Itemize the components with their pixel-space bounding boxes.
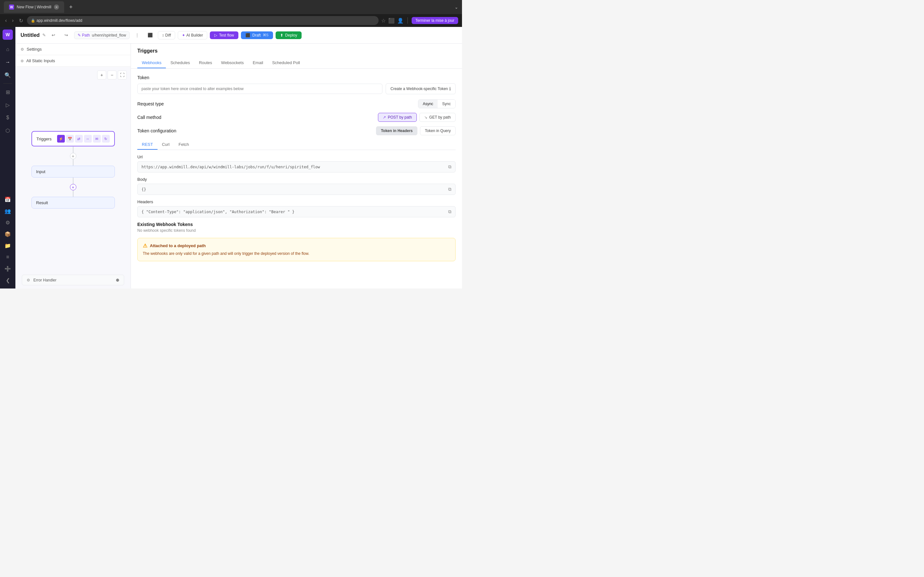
input-node[interactable]: Input [31, 166, 115, 177]
url-copy-button[interactable]: ⧉ [448, 164, 451, 169]
bookmark-button[interactable]: ☆ [381, 18, 386, 24]
settings-section[interactable]: ⚙ Settings [15, 44, 131, 55]
sidebar-item-schedules[interactable]: 📅 [2, 193, 13, 205]
tab-scheduled-poll[interactable]: Scheduled Poll [268, 58, 304, 68]
body-value-row: {} ⧉ [137, 184, 456, 195]
get-by-path-button[interactable]: ↘ GET by path [419, 113, 456, 122]
sidebar-item-audit[interactable]: ≡ [2, 251, 13, 263]
info-icon: ℹ [449, 86, 451, 91]
sidebar-bottom: 📅 👥 ⚙ 📦 📁 ≡ ➕ ❮ [2, 193, 13, 286]
browser-tab[interactable]: W New Flow | Windmill ✕ [4, 1, 64, 13]
get-arrow-icon: ↘ [424, 115, 427, 119]
new-tab-button[interactable]: + [67, 3, 75, 12]
existing-tokens-sub: No webhook specific tokens found [137, 228, 456, 233]
edit-title-button[interactable]: ✎ [42, 33, 46, 37]
sub-tab-rest[interactable]: REST [137, 140, 158, 150]
sidebar-item-search[interactable]: 🔍 [2, 69, 13, 81]
split-view-button[interactable]: ⬛ [145, 30, 155, 40]
ai-icon: ✦ [182, 33, 185, 37]
update-button[interactable]: Terminer la mise à jour [412, 17, 458, 24]
profile-button[interactable]: 👤 [397, 18, 404, 24]
sidebar-item-jobs[interactable]: ▷ [2, 99, 13, 111]
url-bar[interactable]: 🔒 app.windmill.dev/flows/add [27, 16, 379, 25]
tab-routes[interactable]: Routes [194, 58, 216, 68]
sidebar-item-dashboard[interactable]: ⊞ [2, 86, 13, 98]
warning-icon: ⚠ [143, 243, 147, 249]
main-content: ⚙ Settings ⊛ All Static Inputs + − ⛶ [15, 44, 462, 288]
undo-button[interactable]: ↩ [48, 30, 59, 40]
sidebar-item-add[interactable]: ➕ [2, 263, 13, 274]
content-area: Untitled ✎ ↩ ↪ ✎ Path u/henri/spirited_f… [15, 27, 462, 288]
headers-copy-button[interactable]: ⧉ [448, 209, 451, 214]
poll-trigger-icon[interactable]: ↻ [102, 135, 110, 143]
sub-tab-curl[interactable]: Curl [158, 140, 174, 150]
tab-email[interactable]: Email [248, 58, 268, 68]
sync-button[interactable]: Sync [438, 100, 455, 108]
tab-schedules[interactable]: Schedules [166, 58, 194, 68]
play-icon: ▷ [214, 33, 217, 37]
diff-button[interactable]: ↕ Diff [158, 31, 175, 39]
async-button[interactable]: Async [418, 100, 438, 108]
extensions-button[interactable]: ⬛ [388, 18, 395, 24]
sub-tab-fetch[interactable]: Fetch [174, 140, 194, 150]
token-in-headers-button[interactable]: Token in Headers [376, 126, 417, 135]
tab-websockets[interactable]: Websockets [216, 58, 248, 68]
static-inputs-section[interactable]: ⊛ All Static Inputs [15, 55, 131, 67]
error-handler-label: Error Handler [33, 278, 57, 282]
sidebar-item-resources[interactable]: ⬡ [2, 125, 13, 136]
sidebar-item-groups[interactable]: 👥 [2, 205, 13, 217]
tab-title: New Flow | Windmill [17, 5, 51, 9]
error-handler-settings-button[interactable]: ⊕ [116, 277, 120, 282]
tab-list-button[interactable]: ⌄ [455, 5, 458, 10]
sidebar-item-folders[interactable]: 📁 [2, 240, 13, 251]
sidebar-item-billing[interactable]: $ [2, 112, 13, 123]
ws-trigger-icon[interactable]: ↔ [84, 135, 92, 143]
schedule-trigger-icon[interactable]: 📅 [66, 135, 74, 143]
headers-value-row: { "Content-Type": "application/json", "A… [137, 206, 456, 218]
url-value: https://app.windmill.dev/api/w/windmill-… [142, 165, 446, 169]
app-layout: W ⌂ → 🔍 ⊞ ▷ $ ⬡ 📅 👥 ⚙ 📦 📁 ≡ ➕ ❮ Untitled… [0, 27, 462, 288]
draft-button[interactable]: ⬛ Draft ⌘S [241, 31, 273, 39]
headers-value: { "Content-Type": "application/json", "A… [142, 210, 446, 214]
deploy-icon: ⬆ [280, 33, 283, 37]
tab-close-button[interactable]: ✕ [54, 5, 59, 10]
sidebar-item-home[interactable]: ⌂ [2, 44, 13, 55]
sidebar: W ⌂ → 🔍 ⊞ ▷ $ ⬡ 📅 👥 ⚙ 📦 📁 ≡ ➕ ❮ [0, 27, 15, 288]
webhook-trigger-icon[interactable]: ⚡ [57, 135, 65, 143]
create-token-button[interactable]: Create a Webhook-specific Token ℹ [386, 83, 456, 94]
redo-button[interactable]: ↪ [61, 30, 71, 40]
reload-button[interactable]: ↻ [18, 16, 24, 25]
body-copy-button[interactable]: ⧉ [448, 187, 451, 192]
route-trigger-icon[interactable]: ⇄ [75, 135, 83, 143]
connector-2 [73, 159, 73, 166]
request-type-label: Request type [137, 101, 164, 106]
post-by-path-button[interactable]: ↗ POST by path [378, 113, 417, 122]
sidebar-item-collapse[interactable]: ❮ [2, 274, 13, 286]
token-config-row: Token configuration Token in Headers Tok… [137, 126, 456, 135]
back-button[interactable]: ‹ [4, 16, 8, 25]
tab-webhooks[interactable]: Webhooks [137, 58, 166, 68]
path-label: ✎ Path [78, 33, 90, 37]
sidebar-item-packages[interactable]: 📦 [2, 228, 13, 240]
sidebar-logo[interactable]: W [3, 29, 13, 40]
ai-builder-button[interactable]: ✦ AI Builder [178, 31, 207, 39]
add-after-input[interactable]: + [70, 184, 76, 190]
sidebar-item-settings[interactable]: ⚙ [2, 217, 13, 228]
email-trigger-icon[interactable]: ✉ [93, 135, 101, 143]
zoom-in-button[interactable]: + [97, 71, 106, 79]
warning-box: ⚠ Attached to a deployed path The webhoo… [137, 238, 456, 261]
token-in-query-button[interactable]: Token in Query [420, 126, 456, 135]
test-flow-button[interactable]: ▷ Test flow [210, 31, 239, 39]
sidebar-item-flows[interactable]: → [2, 56, 13, 68]
warning-title: ⚠ Attached to a deployed path [143, 243, 450, 249]
deploy-button[interactable]: ⬆ Deploy [276, 31, 302, 39]
path-field[interactable]: ✎ Path u/henri/spirited_flow [74, 31, 129, 39]
add-after-triggers[interactable]: + [70, 153, 76, 159]
result-node[interactable]: Result [31, 197, 115, 209]
fit-view-button[interactable]: ⛶ [118, 71, 127, 79]
token-input[interactable] [137, 84, 383, 94]
forward-button[interactable]: › [11, 16, 15, 25]
triggers-node[interactable]: Triggers ⚡ 📅 ⇄ ↔ ✉ ↻ [31, 131, 115, 147]
more-options-button[interactable]: ⋮ [132, 30, 142, 40]
zoom-out-button[interactable]: − [107, 71, 116, 79]
